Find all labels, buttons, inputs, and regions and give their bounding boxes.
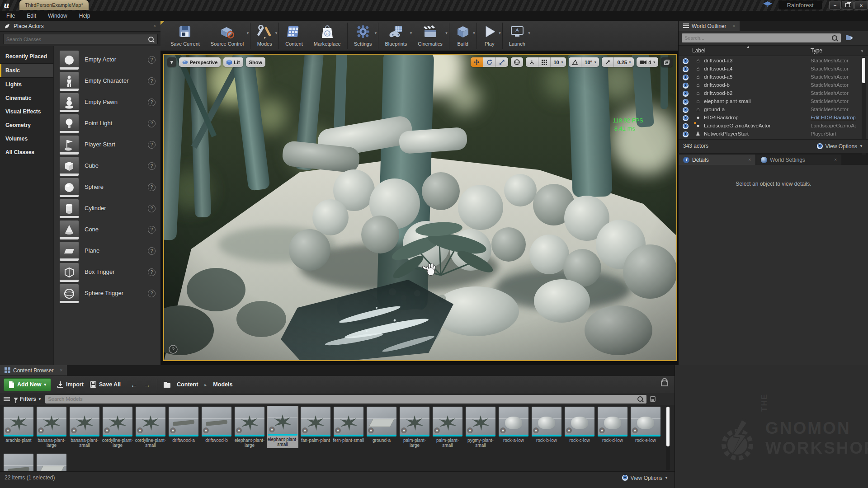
back-button[interactable]: ← [131,381,137,389]
outliner-row[interactable]: ⌂ driftwood-a4 StaticMeshActor [679,65,859,73]
dropdown-caret[interactable]: ▾ [473,31,475,35]
close-tab-icon[interactable]: × [834,157,837,162]
edit-hdri-backdrop-link[interactable]: Edit HDRIBackdrop [811,115,856,120]
maximize-viewport-button[interactable] [661,57,673,67]
restore-button[interactable] [842,1,854,9]
close-tab-icon[interactable]: × [732,23,735,28]
level-viewport[interactable]: 118.92 FPS 8.41 ms ? ▾ Perspective Lit S… [163,54,677,361]
asset-tile[interactable]: ★palm-plant-small [432,407,463,448]
lit-mode-button[interactable]: Lit [223,57,243,67]
grid-snap-value[interactable]: 10▾ [551,57,566,67]
help-icon[interactable]: ? [148,226,156,234]
category-basic[interactable]: Basic [0,63,53,78]
help-icon[interactable]: ? [148,56,156,64]
visibility-eye-icon[interactable] [682,74,689,81]
help-icon[interactable]: ? [148,162,156,170]
asset-tile[interactable]: ★cordyline-plant-small [135,407,166,448]
cinematics-button[interactable]: Cinematics ▾ [412,21,448,51]
dropdown-caret[interactable]: ▾ [499,31,501,35]
place-item-sphere-trigger[interactable]: Sphere Trigger? [54,283,161,304]
category-all-classes[interactable]: All Classes [0,145,53,159]
level-tab[interactable]: ThirdPersonExampleMap* [19,0,89,10]
help-icon[interactable]: ? [148,141,156,149]
category-volumes[interactable]: Volumes [0,132,53,145]
help-icon[interactable]: ? [148,290,156,297]
dropdown-caret[interactable]: ▾ [247,31,249,35]
scale-snap-button[interactable] [602,57,614,67]
viewport-options-dropdown[interactable]: ▾ [167,57,176,67]
place-item-empty-character[interactable]: Empty Character? [54,70,161,92]
help-icon[interactable]: ? [148,77,156,85]
marketplace-button[interactable]: u Marketplace [308,21,346,51]
save-search-icon[interactable] [650,396,656,402]
add-new-button[interactable]: Add New ▾ [4,378,51,391]
place-item-player-start[interactable]: Player Start? [54,134,161,155]
help-icon[interactable]: ? [148,183,156,191]
outliner-row[interactable]: ⌂ driftwood-b2 StaticMeshActor [679,89,859,98]
sources-panel-icon[interactable] [4,396,10,402]
forward-button[interactable]: → [144,381,151,389]
menu-help[interactable]: Help [79,13,90,19]
asset-tile[interactable]: ★elephant-plant-large [234,407,265,448]
close-tab-icon[interactable]: × [748,157,751,162]
category-cinematic[interactable]: Cinematic [0,91,53,105]
asset-tile[interactable]: ★banana-plant-small [69,407,100,448]
outliner-row[interactable]: ● HDRIBackdrop Edit HDRIBackdrop [679,114,859,122]
asset-tile[interactable]: ★rock-d-low [597,407,628,443]
asset-tile-partial[interactable] [36,454,67,471]
place-item-cone[interactable]: Cone? [54,219,161,240]
content-browser-tab[interactable]: Content Browser × [0,365,67,375]
asset-tile[interactable]: ★palm-plant-large [399,407,430,448]
menu-edit[interactable]: Edit [27,13,36,19]
scrollbar-thumb[interactable] [666,407,670,446]
category-visual-effects[interactable]: Visual Effects [0,105,53,118]
dropdown-caret[interactable]: ▾ [375,31,377,35]
visibility-eye-icon[interactable] [682,107,689,113]
modes-button[interactable]: Modes ▾ [251,21,278,51]
asset-search[interactable] [45,395,646,404]
category-geometry[interactable]: Geometry [0,118,53,132]
outliner-row[interactable]: ⌂ ground-a StaticMeshActor [679,106,859,114]
visibility-eye-icon[interactable] [682,123,689,130]
outliner-search-input[interactable] [682,35,828,41]
outliner-row[interactable]: ⌂ driftwood-a5 StaticMeshActor [679,73,859,81]
asset-tile[interactable]: ★banana-plant-large [36,407,67,448]
show-menu-button[interactable]: Show [246,57,265,67]
minimize-button[interactable]: – [829,1,841,9]
place-item-cylinder[interactable]: Cylinder? [54,198,161,219]
place-actors-tab[interactable]: Place Actors × [0,21,160,32]
close-button[interactable]: × [854,1,868,9]
visibility-eye-icon[interactable] [682,131,689,138]
asset-tile[interactable]: ★rock-c-low [564,407,595,443]
world-coordinate-button[interactable] [511,57,523,67]
breadcrumb-content[interactable]: Content [177,381,198,388]
help-icon[interactable]: ? [148,247,156,255]
scale-tool-button[interactable] [496,57,508,67]
outliner-row[interactable]: ● LandscapeGizmoActiveActor LandscapeGiz… [679,122,859,130]
asset-tile[interactable]: ★driftwood-b [201,407,232,443]
asset-tile-partial[interactable] [3,454,34,471]
content-button[interactable]: Content [280,21,308,51]
world-settings-tab[interactable]: World Settings × [756,155,841,165]
asset-grid-scrollbar[interactable] [666,406,670,470]
filters-button[interactable]: Filters ▼ [14,396,42,402]
asset-tile[interactable]: ★arachis-plant [3,407,34,443]
scrollbar-thumb[interactable] [862,58,865,83]
surface-snap-button[interactable] [526,57,538,67]
outliner-row[interactable]: ⌂ driftwood-b StaticMeshActor [679,81,859,89]
asset-tile[interactable]: ★cordyline-plant-large [102,407,133,448]
close-tab-icon[interactable]: × [60,368,62,373]
outliner-view-options-button[interactable]: View Options ▼ [816,143,863,150]
place-item-sphere[interactable]: Sphere? [54,177,161,198]
asset-search-input[interactable] [45,396,634,402]
asset-tile[interactable]: ★fern-plant-small [333,407,364,443]
rotation-snap-button[interactable] [569,57,581,67]
type-filter-icon[interactable]: ▼ [860,49,864,53]
launch-button[interactable]: Launch ▾ [504,21,531,51]
outliner-row[interactable]: ⌂ elephant-plant-small StaticMeshActor [679,98,859,106]
asset-tile[interactable]: ★rock-b-low [531,407,562,443]
scale-snap-value[interactable]: 0.25▾ [614,57,634,67]
dropdown-caret[interactable]: ▾ [410,31,412,35]
details-tab[interactable]: i Details × [679,155,755,165]
rotation-snap-value[interactable]: 10°▾ [581,57,599,67]
